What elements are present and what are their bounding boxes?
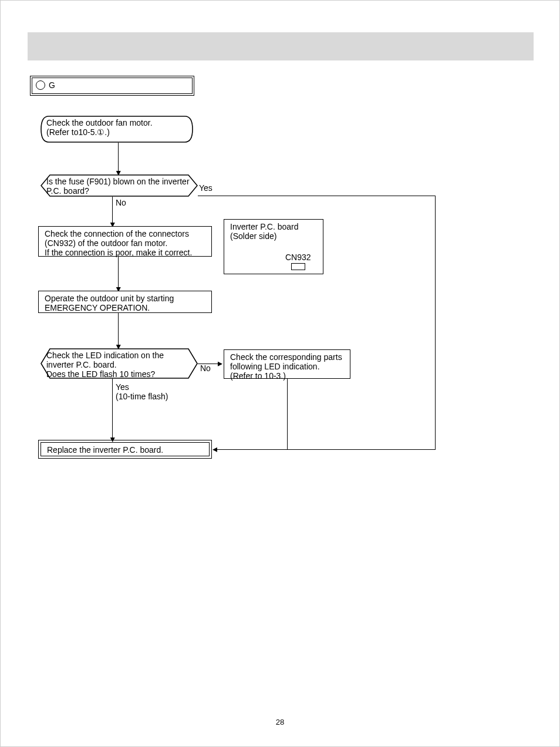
- page: G Check the outdoor fan motor. (Refer to…: [0, 0, 560, 747]
- header-band: [28, 32, 534, 60]
- arrow-line: [435, 196, 436, 449]
- pcb-diagram: Inverter P.C. board (Solder side) CN932: [224, 219, 323, 274]
- arrow-line: [118, 143, 119, 172]
- node-text: Operate the outdoor unit by starting EME…: [45, 294, 174, 312]
- arrow-head-right: [218, 362, 222, 366]
- section-title-frame: G: [30, 76, 194, 96]
- node-text: Check the corresponding parts following …: [230, 352, 342, 381]
- node-replace-board: Replace the inverter P.C. board.: [41, 442, 210, 456]
- label-yes-10-flash: Yes (10-time flash): [116, 382, 168, 401]
- arrow-line: [287, 449, 436, 450]
- node-check-connector: Check the connection of the connectors (…: [38, 226, 212, 257]
- label-yes: Yes: [199, 183, 212, 193]
- label-no: No: [200, 364, 211, 373]
- arrow-line: [118, 257, 119, 288]
- arrow-line: [112, 197, 113, 224]
- arrow-line: [217, 449, 288, 450]
- arrow-line: [198, 364, 219, 364]
- node-text: Replace the inverter P.C. board.: [47, 445, 163, 455]
- page-number: 28: [1, 718, 559, 726]
- node-text: Check the LED indication on the inverter…: [46, 351, 192, 379]
- node-fuse-blown-decision: Is the fuse (F901) blown on the inverter…: [41, 174, 198, 197]
- node-check-fan-motor: Check the outdoor fan motor. (Refer to10…: [41, 116, 193, 143]
- arrow-line: [118, 313, 119, 346]
- node-text: Check the outdoor fan motor. (Refer to10…: [46, 118, 187, 137]
- arrow-line: [287, 379, 288, 449]
- arrow-line: [112, 379, 113, 439]
- pcb-connector-label: CN932: [285, 253, 311, 262]
- node-emergency-operation: Operate the outdoor unit by starting EME…: [38, 291, 212, 313]
- pcb-connector-icon: [291, 263, 305, 270]
- section-marker-circle: [36, 80, 45, 90]
- pcb-title: Inverter P.C. board (Solder side): [230, 222, 298, 241]
- node-led-decision: Check the LED indication on the inverter…: [41, 348, 198, 379]
- arrow-head-left: [212, 447, 217, 452]
- arrow-line: [198, 196, 435, 196]
- node-text: Is the fuse (F901) blown on the inverter…: [46, 177, 192, 196]
- label-no: No: [116, 198, 126, 207]
- section-marker-letter: G: [49, 80, 55, 90]
- node-check-led-table: Check the corresponding parts following …: [224, 349, 350, 379]
- node-text: Check the connection of the connectors (…: [45, 229, 192, 257]
